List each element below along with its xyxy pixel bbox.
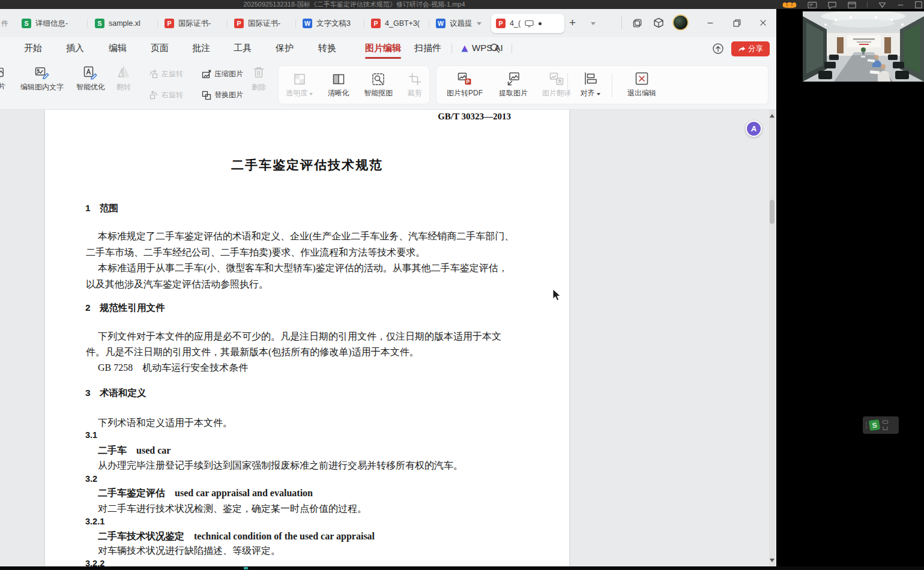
minimize-icon[interactable] xyxy=(897,1,904,9)
doc-line: 对二手车进行技术状况检测、鉴定，确定某一时点价值的过程。 xyxy=(98,503,367,515)
tab-divider xyxy=(364,19,364,28)
rotate-right-icon xyxy=(149,91,159,100)
cascade-windows-button[interactable] xyxy=(629,16,645,30)
doc-line: 件。凡是不注日期的引用文件，其最新版本(包括所有的修改单)适用于本文件。 xyxy=(86,346,419,359)
transparency-button[interactable]: 透明度 xyxy=(286,67,313,104)
card-icon[interactable] xyxy=(808,1,817,9)
chevron-down-icon xyxy=(477,22,482,25)
doc-line: GB 7258 机动车运行安全技术条件 xyxy=(98,362,248,374)
pdf-page: GB/T 30323—2013 二手车鉴定评估技术规范 1 范围 本标准规定了二… xyxy=(45,110,569,566)
doc-line: 3 术语和定义 xyxy=(85,387,146,400)
crop-button[interactable]: 裁剪 xyxy=(408,67,422,104)
dropdown-triangle-icon[interactable] xyxy=(878,1,887,9)
flip-button[interactable]: 翻转 xyxy=(109,60,139,97)
document-tab[interactable]: S sample.xl xyxy=(90,14,156,33)
new-tab-button[interactable]: + xyxy=(569,16,576,29)
maximize-icon[interactable] xyxy=(914,1,923,9)
pdf-file-icon: P xyxy=(234,19,244,28)
screen: 20250925132318-国标《二手车鉴定评估技术规范》修订研讨会-视频-1… xyxy=(0,0,924,570)
doc-line: 二手车市场、二手车经纪公司、二手车拍卖)要求、作业流程和方法等技术要求。 xyxy=(86,247,425,259)
clarify-button[interactable]: 清晰化 xyxy=(328,67,349,104)
pdf-file-icon: P xyxy=(371,19,381,28)
video-timeline[interactable] xyxy=(0,566,924,570)
restore-window-button[interactable] xyxy=(729,16,744,30)
edit-image-text-button[interactable]: 编辑图内文字 xyxy=(8,60,76,97)
document-tab[interactable]: P 国际证书- xyxy=(160,14,226,33)
menu-item[interactable]: 插入 xyxy=(66,37,84,60)
document-tab[interactable]: W 议题提 xyxy=(431,14,489,33)
align-icon xyxy=(582,71,598,86)
smart-optimize-button[interactable]: 智能优化 xyxy=(67,60,115,97)
screen-recorder-widget[interactable]: S xyxy=(863,416,899,434)
menu-item-active[interactable]: 图片编辑 xyxy=(365,37,401,60)
rotate-left-icon xyxy=(149,70,159,79)
menu-item[interactable]: 页面 xyxy=(151,37,169,60)
divider xyxy=(612,73,612,97)
image-to-pdf-button[interactable]: 图片转PDF xyxy=(439,66,491,103)
image-to-pdf-icon xyxy=(457,71,473,86)
recorder-bracket-icon[interactable] xyxy=(882,426,889,431)
scrollbar-thumb[interactable] xyxy=(770,200,775,224)
doc-line: 对车辆技术状况进行缺陷描述、等级评定。 xyxy=(98,545,280,557)
avatar[interactable] xyxy=(672,14,689,31)
recorder-chat-icon[interactable] xyxy=(882,420,889,425)
upload-cloud-icon[interactable] xyxy=(712,43,724,55)
wps-ai-floating-button[interactable]: A xyxy=(746,121,762,137)
menu-item[interactable]: 转换 xyxy=(318,37,336,60)
crop-icon xyxy=(408,72,422,86)
rotate-left-button[interactable]: 左旋转 xyxy=(149,69,203,79)
menu-item[interactable]: 工具 xyxy=(234,37,252,60)
smart-matting-button[interactable]: 智能抠图 xyxy=(364,67,393,104)
wps-window: 件 S 详细信息- S sample.xl P 国际证书- P 国际证书- xyxy=(0,9,776,566)
delete-button[interactable]: 删除 xyxy=(243,60,274,97)
doc-line: 1 范围 xyxy=(85,202,118,215)
align-button[interactable]: 对齐 xyxy=(573,66,607,103)
comment-icon[interactable] xyxy=(827,1,837,9)
close-window-button[interactable] xyxy=(755,16,771,30)
extract-image-button[interactable]: 提取图片 xyxy=(492,66,535,103)
menu-item[interactable]: 扫描件 xyxy=(414,37,441,60)
tab-label: 国际证书- xyxy=(248,19,280,29)
scroll-down-arrow-icon[interactable] xyxy=(770,559,775,562)
document-tab[interactable]: P 国际证书- xyxy=(229,14,294,33)
magic-select-icon xyxy=(371,72,385,86)
search-icon[interactable] xyxy=(489,43,501,54)
menu-item[interactable]: 批注 xyxy=(192,37,210,60)
tab-label: 文字文稿3 xyxy=(316,19,351,29)
drag-handle-icon[interactable] xyxy=(866,422,867,428)
document-tab[interactable]: S 详细信息- xyxy=(17,14,85,33)
word-file-icon: W xyxy=(436,19,445,28)
playhead-tick[interactable] xyxy=(244,567,248,569)
menu-item[interactable]: 开始 xyxy=(24,37,42,60)
minimize-window-button[interactable] xyxy=(702,16,718,30)
exit-edit-button[interactable]: 退出编辑 xyxy=(618,66,666,103)
scroll-up-arrow-icon[interactable] xyxy=(770,114,775,118)
menu-item[interactable]: 保护 xyxy=(276,37,294,60)
menu-item[interactable]: 编辑 xyxy=(109,37,127,60)
tab-label: 4_GBT+3( xyxy=(385,19,420,28)
share-button[interactable]: 分享 xyxy=(731,41,770,56)
mascot-logo-icon[interactable] xyxy=(782,1,797,9)
active-document-tab[interactable]: P 4_( xyxy=(491,14,564,33)
unsaved-dot-icon xyxy=(539,22,542,25)
divider xyxy=(512,44,512,53)
vertical-scrollbar[interactable] xyxy=(769,110,775,566)
webcam-video xyxy=(803,11,924,82)
tab-divider xyxy=(227,19,228,28)
divider xyxy=(621,16,622,29)
rotate-right-button[interactable]: 右旋转 xyxy=(149,90,203,100)
trash-icon xyxy=(251,65,267,80)
tab-list-chevron-icon[interactable] xyxy=(591,22,596,25)
mouse-cursor xyxy=(552,289,562,302)
divider xyxy=(867,2,868,8)
document-tab[interactable]: W 文字文稿3 xyxy=(298,14,363,33)
tab-divider xyxy=(157,19,158,28)
doc-line: 以及其他涉及汽车鉴定评估活动参照执行。 xyxy=(86,278,268,291)
cube-apps-button[interactable] xyxy=(651,16,666,30)
window-icon[interactable] xyxy=(847,1,857,9)
extract-image-icon xyxy=(506,71,521,86)
image-translate-button[interactable]: 图片翻译 xyxy=(536,66,577,103)
flip-icon xyxy=(116,65,131,80)
tab-label: 详细信息- xyxy=(35,19,68,29)
document-tab[interactable]: P 4_GBT+3( xyxy=(366,14,427,33)
